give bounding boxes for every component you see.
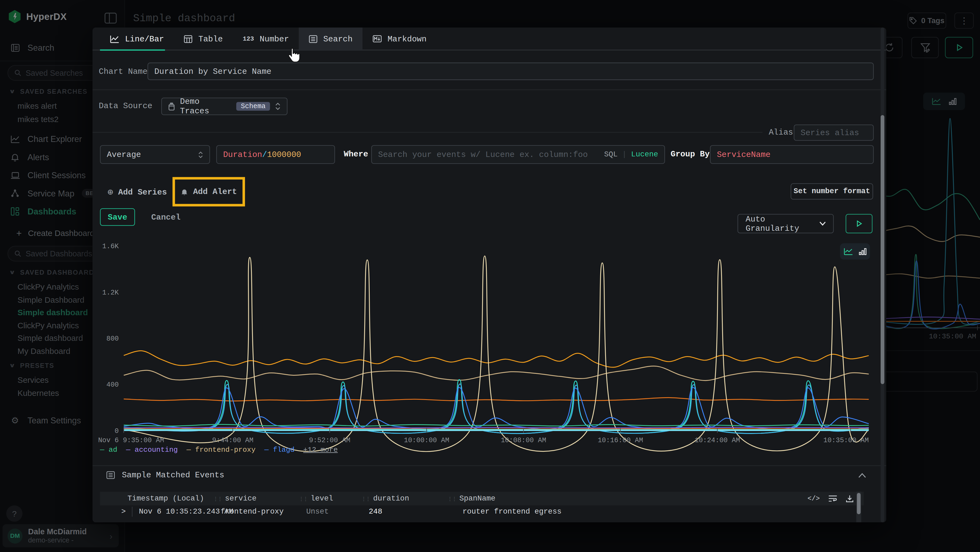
aggregation-select[interactable]: Average	[100, 145, 210, 164]
markdown-icon	[373, 35, 382, 43]
tabs-underline	[92, 49, 886, 51]
svg-text:10:24:00 AM: 10:24:00 AM	[695, 437, 740, 444]
run-chart-button[interactable]	[846, 214, 872, 233]
screen: HyperDX Search Saved Searches ∨ SAVED SE…	[0, 0, 980, 552]
where-label: Where	[344, 145, 368, 164]
svg-text:9:44:00 AM: 9:44:00 AM	[212, 437, 253, 444]
svg-text:Nov 6 9:35:00 AM: Nov 6 9:35:00 AM	[98, 437, 164, 444]
column-level[interactable]: ⋮⋮level	[299, 494, 333, 503]
schema-badge: Schema	[237, 102, 270, 111]
svg-text:800: 800	[107, 335, 119, 343]
number-123-icon: 123	[243, 35, 254, 42]
drag-handle-icon[interactable]: ⋮⋮	[299, 496, 307, 502]
plus-circle-icon: ⊕	[108, 186, 113, 198]
legend-item[interactable]: — frontend-proxy	[186, 445, 256, 454]
updown-chevron-icon	[275, 103, 281, 110]
legend-more-link[interactable]: +12 more	[303, 445, 338, 454]
edit-chart-modal: Line/Bar Table 123 Number Search Markdow…	[92, 27, 886, 522]
metric-expression-input[interactable]: Duration/1000000	[216, 145, 335, 164]
events-table-header: Timestamp (Local) ⋮⋮service ⋮⋮level ⋮⋮du…	[100, 492, 864, 506]
sample-events-header: Sample Matched Events	[106, 471, 224, 480]
query-language-toggle[interactable]: SQL | Lucene	[604, 150, 658, 159]
legend-item[interactable]: — accounting	[126, 445, 178, 454]
tab-table[interactable]: Table	[174, 27, 233, 50]
drag-handle-icon[interactable]: ⋮⋮	[447, 496, 456, 502]
column-timestamp[interactable]: Timestamp (Local)	[127, 494, 204, 503]
duration-chart[interactable]: Nov 6 9:35:00 AM9:44:00 AM9:52:00 AM10:0…	[124, 244, 869, 451]
tab-markdown[interactable]: Markdown	[363, 27, 437, 50]
column-duration[interactable]: ⋮⋮duration	[361, 494, 409, 503]
svg-text:10:00:00 AM: 10:00:00 AM	[404, 437, 449, 444]
svg-text:10:35:00 AM: 10:35:00 AM	[824, 437, 869, 444]
drag-handle-icon[interactable]: ⋮⋮	[213, 496, 222, 502]
chart-name-input[interactable]: Duration by Service Name	[148, 63, 874, 80]
add-alert-button-highlighted[interactable]: Add Alert	[173, 177, 245, 206]
data-source-select[interactable]: Demo Traces Schema	[161, 97, 288, 115]
save-button[interactable]: Save	[100, 209, 135, 226]
events-list-icon	[106, 471, 115, 479]
wrap-text-icon[interactable]	[828, 495, 837, 503]
bell-icon	[180, 187, 188, 196]
data-source-label: Data Source	[99, 97, 153, 115]
table-header-actions: </>	[807, 492, 853, 506]
code-icon[interactable]: </>	[807, 495, 820, 503]
divider	[92, 132, 762, 132]
tab-line-bar[interactable]: Line/Bar	[100, 27, 174, 50]
tab-number[interactable]: 123 Number	[233, 27, 299, 50]
hand-cursor	[286, 48, 301, 64]
svg-text:10:16:00 AM: 10:16:00 AM	[598, 437, 643, 444]
svg-text:1.2K: 1.2K	[102, 289, 119, 297]
chart-view-toggle[interactable]	[840, 243, 870, 260]
where-search-input[interactable]: Search your events w/ Lucene ex. column:…	[371, 145, 665, 164]
metric-slash: /	[262, 150, 267, 159]
line-chart-icon	[110, 35, 119, 43]
metric-divisor: 1000000	[267, 150, 301, 159]
group-by-input[interactable]: ServiceName	[710, 145, 874, 164]
search-list-icon	[309, 35, 318, 43]
svg-text:0: 0	[115, 427, 119, 435]
table-icon	[184, 35, 193, 43]
column-spanname[interactable]: ⋮⋮SpanName	[447, 494, 495, 503]
drag-handle-icon[interactable]: ⋮⋮	[361, 496, 370, 502]
divider	[92, 89, 886, 90]
updown-chevron-icon	[198, 151, 203, 158]
svg-text:10:08:00 AM: 10:08:00 AM	[501, 437, 546, 444]
svg-text:1.6K: 1.6K	[102, 242, 119, 250]
add-series-button[interactable]: ⊕ Add Series	[108, 185, 167, 199]
legend-item[interactable]: — flagd	[264, 445, 294, 454]
chevron-down-icon	[819, 222, 826, 226]
chart-legend: — ad — accounting — frontend-proxy — fla…	[100, 445, 337, 454]
play-icon	[856, 220, 862, 227]
group-by-label: Group By	[671, 145, 710, 164]
alias-input[interactable]: Series alias	[794, 124, 874, 141]
collapse-chevron-up-icon[interactable]	[858, 473, 866, 478]
chart-type-tabs: Line/Bar Table 123 Number Search Markdow…	[92, 27, 886, 50]
modal-scrollbar-thumb[interactable]	[881, 115, 885, 384]
bar-chart-icon	[858, 248, 867, 255]
chart-name-label: Chart Name	[99, 63, 148, 81]
download-icon[interactable]	[846, 495, 854, 503]
active-tab-indicator	[100, 49, 165, 51]
event-row[interactable]: > Nov 6 10:35:23.243 AM frontend-proxy U…	[100, 504, 864, 519]
event-row-partial[interactable]: > Nov 6 10:35:23.243 AM frontend-proxy U…	[100, 520, 864, 522]
expand-row-icon[interactable]: >	[121, 507, 126, 516]
granularity-select[interactable]: Auto Granularity	[737, 214, 834, 233]
svg-text:400: 400	[107, 381, 119, 389]
metric-field: Duration	[223, 150, 262, 159]
column-service[interactable]: ⋮⋮service	[213, 494, 256, 503]
alias-label: Alias	[769, 124, 793, 141]
legend-item[interactable]: — ad	[100, 445, 117, 454]
svg-text:9:52:00 AM: 9:52:00 AM	[309, 437, 350, 444]
divider	[92, 465, 886, 466]
database-icon	[168, 102, 175, 110]
line-chart-icon	[843, 248, 853, 255]
cancel-button[interactable]: Cancel	[146, 209, 185, 226]
set-number-format-button[interactable]: Set number format	[791, 183, 873, 200]
modal-scrollbar-track[interactable]	[881, 27, 885, 522]
tab-search[interactable]: Search	[299, 27, 363, 50]
